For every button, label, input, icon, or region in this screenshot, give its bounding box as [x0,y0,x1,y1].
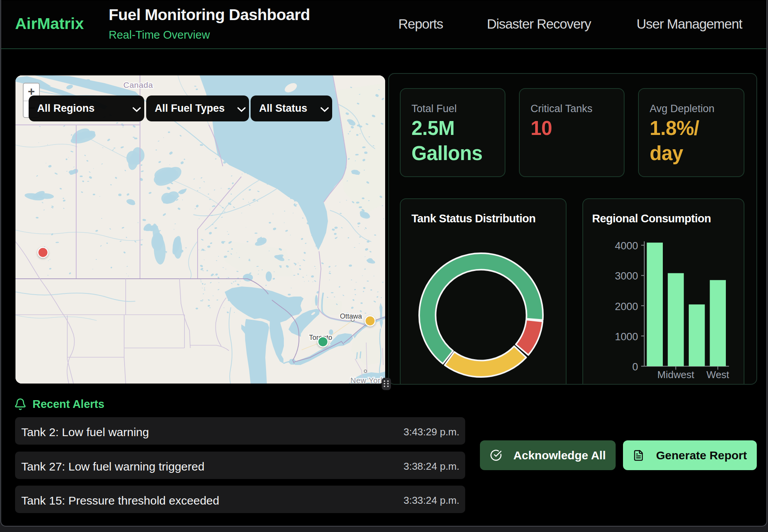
svg-text:3000: 3000 [615,270,638,282]
svg-text:4000: 4000 [615,240,638,252]
svg-text:Canada: Canada [123,80,153,89]
svg-text:2000: 2000 [615,301,638,312]
svg-text:0: 0 [632,361,638,373]
svg-text:West: West [707,369,730,380]
svg-text:New York: New York [350,376,385,384]
svg-text:Midwest: Midwest [657,369,695,380]
svg-text:1000: 1000 [615,331,638,343]
svg-text:Ottawa: Ottawa [340,312,362,320]
